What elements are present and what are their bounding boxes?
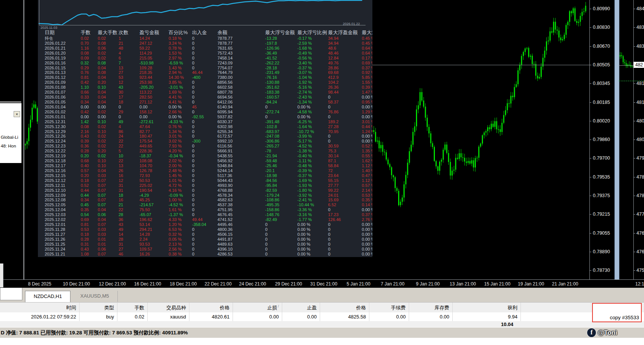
equity-start-date: 2025.11.03 — [41, 26, 57, 30]
stats-row: 2026.01.120.810.0453923.4414.30 %-400738… — [45, 75, 372, 80]
stats-row: 2025.12.150.200.031672.931.45 %05117.36-… — [45, 173, 372, 178]
trade-cell: 9.94 — [453, 312, 521, 321]
mini-current-price-label: 482 — [633, 62, 644, 68]
price-label: 0.78890 — [593, 249, 610, 254]
price-label: 476 — [636, 231, 644, 236]
trade-header-cell[interactable]: 获利 — [453, 303, 521, 312]
stats-row: 2025.11.211.080.074616.260.38 %04286.530… — [45, 252, 372, 257]
account-status-text: D 净值: 7 888.81 已用预付款: 19.28 可用预付款: 7 869… — [1, 329, 188, 336]
stats-row: 2025.12.160.570.0426126.782.48 %05244.14… — [45, 168, 372, 173]
stats-row: 2026.01.020.420.0229158.122.66 %06095.94… — [45, 110, 372, 114]
stats-row: 2026.01.010.000.0000.000.00 %-92.555937.… — [45, 114, 372, 119]
price-label: 476 — [636, 249, 644, 254]
stats-row: 2025.11.270.180.031414.280.32 %04506.150… — [45, 232, 372, 237]
stats-row: 2025.12.180.680.1022108.082.02 %05456.92… — [45, 158, 372, 163]
chart-area: 2025.11.03 2026.01.22 日期手数最大手数次数盈亏金额百分比%… — [0, 0, 644, 279]
price-label: 483 — [636, 25, 644, 30]
price-axis-nzdcad: 0.809900.808300.806700.805050.803450.801… — [589, 0, 615, 279]
stats-row: 2025.12.050.450.0721-214.57-4.52 %04537.… — [45, 202, 372, 207]
window-edge-divider — [23, 0, 24, 279]
trade-cell: 0.00 — [282, 312, 320, 321]
trade-header-cell[interactable]: 手续费 — [369, 303, 409, 312]
trade-header-cell[interactable]: 手数 — [117, 303, 148, 312]
status-bar: D 净值: 7 888.81 已用预付款: 19.28 可用预付款: 7 869… — [0, 327, 644, 338]
time-label: 24 Dec 21:00 — [239, 281, 266, 287]
stats-row: 2025.12.292.160.108682.771.34 %06255.34-… — [45, 129, 372, 134]
popup-dialog-fragment: × Global-Li 48: Hon — [0, 103, 22, 163]
stats-row: 2025.12.080.340.071645.251.00 %04582.63-… — [45, 198, 372, 202]
dialog-text-line1: Global-Li — [1, 135, 18, 140]
tab-xauusd-m5[interactable]: XAUUSD,M5 — [72, 291, 118, 302]
time-label: 15 Jan 21:00 — [484, 281, 510, 287]
equity-y-axis — [39, 0, 39, 25]
stats-row: 2025.12.230.360.0222449.657.93 %06116.56… — [45, 144, 372, 149]
dialog-text-line2: 48: Hon — [1, 144, 16, 148]
price-label: 0.80990 — [593, 6, 610, 11]
trade-header-cell[interactable]: 止损 / — [233, 303, 282, 312]
price-label: 478 — [636, 174, 644, 180]
time-label: 18 Dec 21:00 — [170, 281, 197, 287]
watermark: f @Toni — [587, 328, 617, 338]
trade-header-cell[interactable]: 类型 — [80, 303, 117, 312]
stats-row: 2025.12.120.180.071250.531.01 %05044.43-… — [45, 178, 372, 183]
price-label: 0.80020 — [593, 118, 610, 124]
stats-row: 2025.12.220.280.205228.364.20 %05666.91-… — [45, 149, 372, 154]
trade-cell: 0.00 — [369, 312, 409, 321]
stats-panel: 2025.11.03 2026.01.22 日期手数最大手数次数盈亏金额百分比%… — [38, 0, 372, 257]
price-label: 475 — [636, 268, 644, 273]
mt4-terminal-window: 2025.11.03 2026.01.22 日期手数最大手数次数盈亏金额百分比%… — [0, 0, 644, 345]
stats-row: 2026.01.060.330.0417282.504.41 %06694.56… — [45, 95, 372, 100]
equity-x-axis — [39, 25, 366, 25]
stats-row: 2026.01.090.420.2012253.983.85 %06856.56… — [45, 80, 372, 85]
trade-header-cell[interactable]: 交易品种 — [148, 303, 189, 312]
trade-cell: 0.00 — [233, 312, 282, 321]
price-label: 0.79375 — [593, 193, 610, 198]
trade-header-cell[interactable]: 时间 — [0, 303, 80, 312]
price-label: 0.80670 — [593, 44, 610, 49]
stats-row: 2025.12.260.430.0224180.473.01 %06172.57… — [45, 134, 372, 139]
trade-header-cell[interactable]: 止盈 — [282, 303, 320, 312]
stats-row: 2025.12.030.540.0628-65.07-1.37 %04676.4… — [45, 212, 372, 217]
mini-order-line — [619, 81, 644, 81]
window-splitter-scrollbar[interactable] — [614, 0, 619, 279]
trade-cell: 0.02 — [117, 312, 148, 321]
price-label: 480 — [636, 137, 644, 142]
trade-header-cell[interactable]: 价格 — [320, 303, 369, 312]
price-label: 479 — [636, 155, 644, 161]
stats-row: 2026.01.040.000.0000.000.00 %456140.9400… — [45, 105, 372, 110]
trade-cell: 4825.58 — [320, 312, 369, 321]
stats-row: 持仓0.020.02114.240.18 %07878.77-13.28-0.1… — [45, 36, 372, 41]
stats-row: 2026.01.150.290.0413109.281.43 %07754.07… — [45, 66, 372, 71]
navigator-corner-panel — [0, 287, 22, 300]
time-label: 5 Jan 21:00 — [347, 281, 370, 287]
stats-row: 2025.12.170.400.1013104.702.00 %05348.84… — [45, 163, 372, 168]
trade-cell: 4820.61 — [189, 312, 233, 321]
stats-header-row: 日期手数最大手数次数盈亏金额百分比%出入金余额最大浮亏金额最大浮亏比例最大浮盈金… — [45, 30, 372, 36]
trade-header-cell[interactable]: 库存费 — [409, 303, 453, 312]
stats-row: 2025.12.240.390.0222175.543.02 %-3005992… — [45, 139, 372, 144]
time-label: 19 Jan 21:00 — [518, 281, 544, 287]
price-label: 477 — [636, 212, 644, 217]
stats-row: 2025.11.240.430.0627109.572.56 %04396.10… — [45, 247, 372, 252]
dialog-edge — [0, 102, 21, 102]
stats-row: 2026.01.190.090.026215.052.97 %07458.14-… — [45, 56, 372, 61]
price-label: 0.79055 — [593, 231, 610, 236]
trade-header-cell[interactable]: 价格 — [189, 303, 233, 312]
copy-badge: copy #35533 — [592, 303, 642, 322]
current-price-line — [371, 65, 589, 65]
close-icon[interactable]: × — [14, 111, 20, 117]
price-label: 0.80505 — [593, 62, 610, 67]
tab-nzdcad-h1[interactable]: NZDCAD,H1 — [25, 291, 70, 302]
open-position-row[interactable]: 2026.01.22 07:59:22buy0.02xauusd4820.610… — [0, 312, 644, 321]
stats-row: 2025.12.040.350.042275.501.61 %04751.95-… — [45, 207, 372, 212]
trade-cell: xauusd — [148, 312, 189, 321]
price-label: 483 — [636, 44, 644, 49]
time-label: 12:10 — [635, 281, 644, 287]
copy-badge-text: copy #35533 — [610, 315, 639, 320]
time-label: 8 Dec 2025 — [28, 281, 51, 287]
stats-row: 2025.11.250.310.013193.532.13 %04489.630… — [45, 242, 372, 247]
left-scrollbar-fragment[interactable] — [0, 263, 3, 287]
time-label: 9 Jan 21:00 — [416, 281, 440, 287]
price-label: 484 — [636, 6, 644, 11]
time-label: 16 Dec 21:00 — [134, 281, 161, 287]
